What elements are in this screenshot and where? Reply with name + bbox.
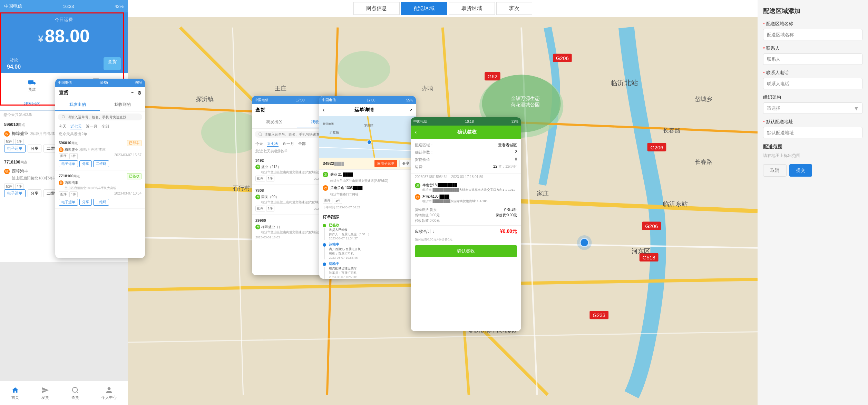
o3-tag2: 1件 xyxy=(334,198,342,204)
o4-goods-info: 货物抱括 货损 件数:2件 货物价值:0.00元 保价费:0.00元 代收款签:… xyxy=(411,205,521,225)
recv-dot: 收 xyxy=(59,147,64,152)
o1-btn-qr-1[interactable]: 二维码 xyxy=(93,160,109,167)
nav-search-label: 查货 xyxy=(71,395,79,400)
btn-share[interactable]: 分享 xyxy=(28,145,41,152)
o3-back-icon[interactable]: ‹ xyxy=(323,107,324,113)
o4-area-label: 配送区域： xyxy=(415,142,434,148)
track-step-2: 运输中 离开百脑汇/百脑汇开机 司机：百脑汇司机 2023-03-07 10:5… xyxy=(323,242,412,259)
nav-truck-label: 货款 xyxy=(28,87,36,92)
phone-input[interactable] xyxy=(763,78,862,89)
filter-today[interactable]: 今天 xyxy=(59,124,66,129)
o2-tab-sent[interactable]: 我发出的 xyxy=(252,116,297,128)
o4-note: 预付运费0.00元+保价费0元 xyxy=(411,237,521,243)
overlay1-search[interactable] xyxy=(58,113,142,120)
svg-point-54 xyxy=(259,133,262,136)
default-addr-input[interactable] xyxy=(763,127,862,138)
o1-btn-share-1[interactable]: 分享 xyxy=(79,160,92,167)
o3-time: 17:00 xyxy=(367,98,375,102)
cancel-button[interactable]: 取消 xyxy=(763,164,787,177)
track-desc-2: 离开百脑汇/百脑汇开机 xyxy=(329,247,361,251)
track-status-3: 运输中 xyxy=(329,261,358,266)
filter-7days[interactable]: 近七天 xyxy=(70,124,82,129)
earnings-prefix: ¥ xyxy=(38,33,43,45)
tab-delivery-area[interactable]: 配送区域 xyxy=(401,2,447,15)
o4-total-row: 应收合计： ¥0.00元 xyxy=(411,225,521,237)
tab-my-sent[interactable]: 我发出的 xyxy=(0,98,64,110)
check-btn[interactable]: 查货 xyxy=(104,57,121,70)
contact-input[interactable] xyxy=(763,53,862,65)
tab-shift[interactable]: 班次 xyxy=(496,2,532,15)
nav-user-label: 个人中心 xyxy=(101,395,117,400)
o4-sender-info: 牛发货18 ████████ xyxy=(422,183,515,188)
area-name-label: * 配送区域名称 xyxy=(763,21,862,27)
o4-count-val: 2 xyxy=(515,150,517,155)
filter-all[interactable]: 全部 xyxy=(101,124,109,129)
nav-user[interactable]: 个人中心 xyxy=(101,386,117,400)
o2-filter-month[interactable]: 近一月 xyxy=(283,141,294,147)
svg-text:G62: G62 xyxy=(488,73,498,79)
o2-filter-all[interactable]: 全部 xyxy=(298,141,306,147)
tab-pickup-area[interactable]: 取货区域 xyxy=(449,2,495,15)
recv-name: 梅埠盛业 xyxy=(12,131,28,137)
o4-recv-detail: 临沂市 ████████东国际商贸物流城11-1-106 xyxy=(422,199,488,204)
o4-recv-info: 对收地180 ████ xyxy=(422,194,488,199)
svg-text:长春路: 长春路 xyxy=(663,127,681,134)
o2-filter-today[interactable]: 今天 xyxy=(255,141,263,147)
o1-search-icon[interactable]: ⊙ xyxy=(137,90,142,96)
o4-back[interactable]: ‹ xyxy=(415,129,417,135)
o1-btn-waybill-1[interactable]: 电子运单 xyxy=(59,160,78,167)
o1-more-icon[interactable]: ··· xyxy=(130,90,135,96)
org-label: 组织架构 xyxy=(763,94,862,100)
o3-more-icon[interactable]: ⋯ xyxy=(403,108,407,112)
svg-point-50 xyxy=(577,235,592,250)
nav-send[interactable]: 发货 xyxy=(41,386,49,400)
o1-btn-qr-2[interactable]: 二维码 xyxy=(93,199,109,206)
o2-title: 查货 xyxy=(255,107,265,113)
org-select[interactable]: 请选择 xyxy=(763,102,862,114)
nav-search[interactable]: 查货 xyxy=(71,386,79,400)
map-area[interactable]: G327 G62 G206 G206 G206 G518 G233 临沂北站 临… xyxy=(128,17,758,405)
o2-filter-7days[interactable]: 近七天 xyxy=(267,141,279,147)
nav-home[interactable]: 首页 xyxy=(11,386,19,400)
o3-tracking: 订单跟踪 已签收 收货人已签收 操作人：百脑汇孤金（138...） 2023-0… xyxy=(319,212,416,279)
o3-share-icon[interactable]: ↗ xyxy=(409,108,412,112)
o1-tab-recv[interactable]: 我收到的 xyxy=(100,99,145,111)
svg-text:临沂东站: 临沂东站 xyxy=(663,200,688,207)
earnings-amount: ¥ 88.00 xyxy=(7,26,121,46)
track-desc-3: 在汽配城已转运装车 xyxy=(329,266,358,271)
svg-text:荷花漫城公园: 荷花漫城公园 xyxy=(511,102,540,107)
o3-mini-map: 沂堂镇 罗庄区 腾讯地图 xyxy=(319,116,416,158)
submit-button[interactable]: 提交 xyxy=(789,164,812,177)
track-detail-3: 装车员：百脑汇司机 xyxy=(329,271,358,275)
right-form-panel: 配送区域添加 * 配送区域名称 * 联系人 * 联系人电话 组织架构 请选择 ▼ xyxy=(758,0,868,405)
o1-tag3: 配件 xyxy=(59,191,68,197)
area-name-input[interactable] xyxy=(763,29,862,40)
o4-confirm-btn[interactable]: 确认签收 xyxy=(415,245,517,257)
overlay1-status: 中国电信 16:59 55% xyxy=(55,79,145,87)
nav-home-label: 首页 xyxy=(11,395,19,400)
earnings-value: 88.00 xyxy=(45,26,90,46)
o1-btn-share-2[interactable]: 分享 xyxy=(79,199,92,206)
o1-status-2: 已签收 xyxy=(127,173,142,179)
o4-title: 确认签收 xyxy=(457,129,477,135)
btn-electronic-waybill-2[interactable]: 电子运单 xyxy=(4,189,26,197)
o1-search-input[interactable] xyxy=(68,115,139,119)
o1-btn-waybill-2[interactable]: 电子运单 xyxy=(59,199,78,206)
nav-truck[interactable]: 货款 xyxy=(28,77,36,92)
btn-electronic-waybill[interactable]: 电子运单 xyxy=(4,145,26,152)
o1-time-2: 2023-03-07 10:54 xyxy=(114,191,142,197)
track-dot-3 xyxy=(323,263,326,266)
o1-tab-sent[interactable]: 我发出的 xyxy=(55,99,100,111)
goods-label: 货款 xyxy=(10,57,18,63)
o3-recv-addr: 临沂市临路口二网站 xyxy=(323,192,412,197)
earnings-sub: 货款 94.00 查货 xyxy=(0,53,128,73)
filter-1month[interactable]: 近一月 xyxy=(86,124,97,129)
btn-share-2[interactable]: 分享 xyxy=(28,189,41,197)
o3-btn-waybill[interactable]: 回电子运单 xyxy=(374,160,397,167)
svg-text:长春路: 长春路 xyxy=(695,159,712,165)
tab-network-info[interactable]: 网点信息 xyxy=(353,2,400,15)
o4-order-id: 20230371801595464 2023-03-17 18:01:59 xyxy=(415,175,517,179)
o4-insurance: 保价费:0.00元 xyxy=(496,213,517,218)
track-dot-1 xyxy=(323,224,326,227)
recv-icon: 收 xyxy=(4,131,10,137)
